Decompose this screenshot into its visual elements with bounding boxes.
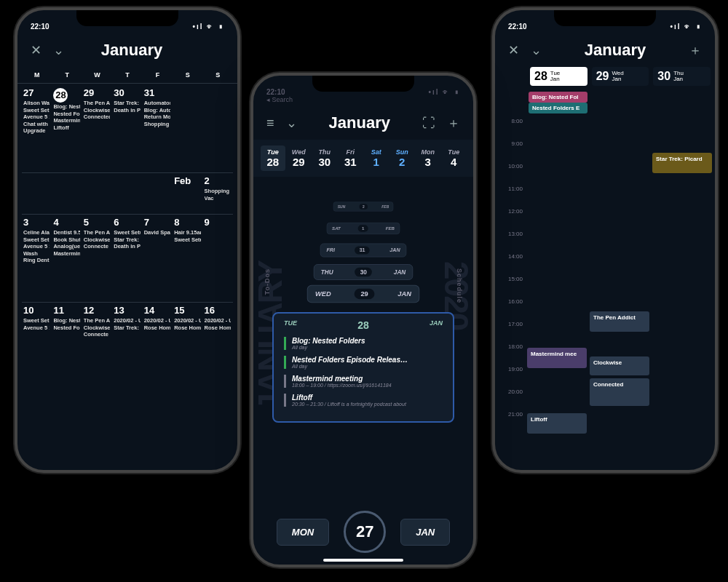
today-card[interactable]: TUE28JANBlog: Nested FoldersAll dayNeste…: [272, 312, 454, 423]
status-icons: •ıl ᯤ ▮: [192, 23, 224, 31]
event-block[interactable]: The Pen Addict: [590, 311, 649, 332]
close-icon[interactable]: ✕: [508, 42, 519, 58]
back-link[interactable]: ◂ Search: [253, 96, 473, 103]
day-cell[interactable]: 28Blog: NestedNested FoldersMastermindLi…: [52, 85, 82, 172]
plus-icon[interactable]: ＋: [447, 114, 460, 132]
day-cell[interactable]: 7David Sparks's: [143, 215, 173, 302]
weekday-header: M T W T F S S: [17, 67, 237, 84]
strip-day[interactable]: Mon3: [416, 146, 440, 171]
day-cell[interactable]: 9: [203, 215, 233, 302]
header-left: ✕ ⌄ January: [17, 31, 237, 67]
depth-day-card[interactable]: SUN2FEB: [333, 202, 394, 211]
event-block[interactable]: Star Trek: Picard: [652, 153, 712, 173]
status-bar: 22:10 •ıl ᯤ ▮: [253, 76, 473, 96]
current-day-button[interactable]: 27: [344, 511, 386, 553]
prev-day-button[interactable]: MON: [277, 519, 329, 546]
chevron-down-icon[interactable]: ⌄: [286, 115, 297, 131]
phone-timeline-view: 22:10 •ıl ᯤ ▮ ◂ Search ≡ ⌄ January ⛶ ＋ T…: [250, 73, 476, 567]
day-cell[interactable]: 6Sweet SetupStar Trek: PicardDeath in Pa…: [112, 215, 142, 302]
status-bar: 22:10 •ıl ᯤ ▮: [495, 10, 715, 31]
close-icon[interactable]: ✕: [31, 42, 41, 58]
event-block[interactable]: Liftoff: [527, 413, 587, 434]
day-cell[interactable]: 132020/02 - UKStar Trek: Picard: [112, 303, 142, 343]
month-title: January: [329, 113, 390, 132]
depth-day-card[interactable]: SAT1FEB: [327, 223, 400, 234]
day-cell[interactable]: 27Alison WakefieldSweet SetupAvenue 5 1x…: [22, 85, 52, 172]
day-cell[interactable]: 4Dentist 9.50amBook ShuttlesAnalog(ue)Ma…: [52, 215, 82, 302]
status-time: 22:10: [266, 88, 285, 96]
home-indicator[interactable]: [323, 559, 403, 562]
menu-icon[interactable]: ≡: [266, 116, 274, 131]
event-block[interactable]: Clockwise: [590, 356, 649, 375]
allday-row: Blog: Nested FolNested Folders E: [495, 90, 715, 115]
schedule-body[interactable]: 8:009:0010:0011:0012:0013:0014:0015:0016…: [495, 115, 715, 436]
day-headers[interactable]: 28TueJan29WedJan30ThuJan: [495, 67, 715, 90]
strip-day[interactable]: Tue28: [261, 146, 285, 171]
day-cell[interactable]: [203, 85, 233, 172]
depth-day-card[interactable]: WED29JAN: [307, 285, 420, 303]
event-block[interactable]: Mastermind mee: [527, 348, 587, 368]
frame-icon[interactable]: ⛶: [422, 116, 435, 131]
timeline-depth[interactable]: JANUARY 2020 To-Dos Schedule SUN2FEBSAT1…: [253, 181, 473, 487]
day-cell[interactable]: 29The Pen AddictClockwiseConnected: [82, 85, 112, 172]
footer-nav: MON 27 JAN: [253, 511, 473, 553]
day-header[interactable]: 29WedJan: [592, 67, 649, 86]
header-center: ≡ ⌄ January ⛶ ＋: [253, 103, 473, 140]
allday-chip[interactable]: Nested Folders E: [529, 103, 587, 113]
day-cell[interactable]: 152020/02 - UKRose Home?: [173, 303, 202, 343]
month-grid[interactable]: 27Alison WakefieldSweet SetupAvenue 5 1x…: [17, 84, 237, 345]
month-title: January: [101, 41, 162, 60]
depth-day-card[interactable]: FRI31JAN: [320, 244, 407, 258]
day-cell[interactable]: 5The Pen AddictClockwiseConnecte: [82, 215, 112, 302]
day-cell[interactable]: 30Star Trek: PicardDeath in Paradise: [112, 85, 142, 172]
chevron-down-icon[interactable]: ⌄: [531, 42, 542, 58]
strip-day[interactable]: Fri31: [339, 146, 363, 171]
phone-schedule-view: 22:10 •ıl ᯤ ▮ ✕ ⌄ January ＋ 28TueJan29We…: [492, 7, 718, 473]
status-bar: 22:10 •ıl ᯤ ▮: [17, 10, 237, 31]
month-button[interactable]: JAN: [400, 519, 450, 546]
day-cell[interactable]: 10Sweet SetupAvenue 5 1x04: [22, 303, 52, 343]
day-cell[interactable]: 162020/02 - UKRose Home?: [203, 303, 233, 343]
day-cell[interactable]: 142020/02 - UKRose Home?: [143, 303, 173, 343]
chevron-down-icon[interactable]: ⌄: [53, 42, 64, 58]
depth-stack: SUN2FEBSAT1FEBFRI31JANTHU30JANWED29JANTU…: [253, 196, 473, 423]
strip-day[interactable]: Thu30: [312, 146, 337, 171]
day-cell[interactable]: 12The Pen AddictClockwiseConnecte: [82, 303, 112, 343]
status-icons: •ıl ᯤ ▮: [428, 88, 460, 96]
depth-day-card[interactable]: THU30JAN: [314, 264, 414, 280]
day-cell[interactable]: [173, 85, 202, 172]
phone-month-view: 22:10 •ıl ᯤ ▮ ✕ ⌄ January M T W T F S S …: [15, 7, 240, 473]
status-time: 22:10: [508, 23, 527, 31]
month-title: January: [585, 41, 646, 60]
allday-chip[interactable]: Blog: Nested Fol: [529, 92, 587, 103]
day-cell[interactable]: 31AutomatorsBlog: AutomatoReturn MowersS…: [143, 85, 173, 172]
status-time: 22:10: [31, 23, 50, 31]
day-strip[interactable]: Tue28Wed29Thu30Fri31Sat1Sun2Mon3Tue4: [253, 140, 473, 177]
day-cell[interactable]: 11Blog: NestedNested Folders: [52, 303, 82, 343]
strip-day[interactable]: Sat1: [364, 146, 389, 171]
day-header[interactable]: 28TueJan: [530, 67, 587, 86]
day-cell[interactable]: 3Celine Alain B/Sweet SetupAvenue 5 1x03…: [22, 215, 52, 302]
status-icons: •ıl ᯤ ▮: [670, 23, 702, 31]
event-block[interactable]: Connected: [590, 378, 649, 406]
header-right: ✕ ⌄ January ＋: [495, 31, 715, 67]
plus-icon[interactable]: ＋: [689, 41, 702, 59]
strip-day[interactable]: Wed29: [287, 146, 312, 171]
day-header[interactable]: 30ThuJan: [653, 67, 711, 86]
strip-day[interactable]: Sun2: [390, 146, 415, 171]
strip-day[interactable]: Tue4: [442, 146, 467, 171]
day-cell[interactable]: 8Hair 9.15amSweet Setup: [173, 215, 202, 302]
